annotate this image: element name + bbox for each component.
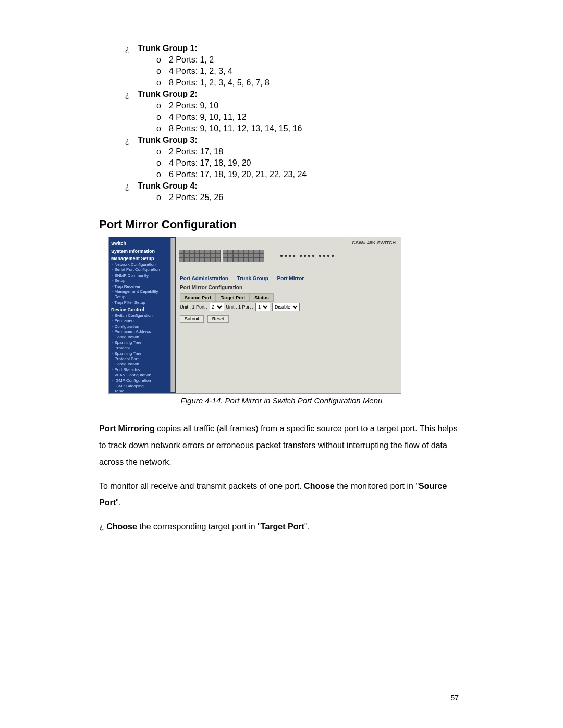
trunk-sub-item: o4 Ports: 1, 2, 3, 4: [156, 67, 464, 76]
bullet-secondary: o: [156, 67, 169, 76]
col-status: Status: [250, 293, 274, 302]
port-cell: [179, 258, 184, 262]
port-cell: [238, 250, 243, 254]
scrollbar[interactable]: [170, 238, 175, 392]
port-cell: [200, 254, 205, 258]
port-cell: [249, 254, 254, 258]
sidebar-item[interactable]: · Network Configuration: [112, 262, 174, 267]
bullet-secondary: o: [156, 113, 169, 122]
tab-trunk-group[interactable]: Trunk Group: [237, 276, 268, 281]
para-target: ¿ Choose the corresponding target port i…: [99, 519, 464, 535]
port-cell: [215, 254, 221, 258]
port-cell: [179, 254, 184, 258]
para2-pre: To monitor all receive and transmit pack…: [99, 482, 304, 490]
term-target-port: Target Port: [261, 522, 304, 531]
para-port-mirroring: Port Mirroring copies all traffic (all f…: [99, 421, 464, 471]
port-cell: [228, 254, 233, 258]
sidebar-item[interactable]: · Port Statistics: [112, 367, 174, 373]
sidebar-item[interactable]: · SNMP Community: [112, 273, 174, 278]
port-cell: [254, 250, 259, 254]
tab-port-mirror[interactable]: Port Mirror: [277, 276, 304, 281]
bullet-secondary: o: [156, 170, 169, 179]
para3-mid: the corresponding target port in ": [137, 522, 261, 531]
trunk-sub-text: 2 Ports: 9, 10: [169, 101, 218, 110]
bullet-secondary: o: [156, 55, 169, 65]
trunk-title: Trunk Group 3:: [138, 135, 198, 145]
button-row: Submit Reset: [180, 315, 397, 323]
submit-button[interactable]: Submit: [180, 315, 204, 323]
port-cell: [259, 258, 264, 262]
port-cell: [210, 250, 215, 254]
sidebar-item[interactable]: · Protocol: [112, 346, 174, 351]
sidebar-item[interactable]: · Protocol Port: [112, 356, 174, 362]
port-cell: [215, 250, 221, 254]
sidebar-item[interactable]: · Permanent: [112, 318, 174, 324]
trunk-sub-item: o4 Ports: 9, 10, 11, 12: [156, 113, 464, 122]
trunk-title: Trunk Group 1:: [138, 44, 198, 53]
sidebar-group-header[interactable]: Management Setup: [111, 256, 174, 262]
sidebar-item[interactable]: · Switch Configuration: [112, 313, 174, 318]
bullet-primary: ¿: [125, 44, 138, 53]
status-select[interactable]: Disable: [272, 303, 300, 311]
source-unit-label: Unit : 1 Port :: [180, 304, 207, 310]
term-choose: Choose: [304, 482, 335, 490]
trunk-title: Trunk Group 2:: [138, 90, 198, 99]
table-row: Unit : 1 Port : 2 Unit : 1 Port : 1 Disa…: [180, 303, 397, 311]
sidebar-item[interactable]: · Permanent Address: [112, 329, 174, 335]
target-port-select[interactable]: 1: [255, 303, 270, 311]
sidebar-item[interactable]: · VLAN Configuration: [112, 373, 174, 378]
port-cell: [200, 258, 205, 262]
sidebar-item[interactable]: · Configuration: [112, 335, 174, 340]
term-port-mirroring: Port Mirroring: [99, 424, 155, 433]
sidebar-item[interactable]: · Table: [112, 389, 174, 393]
target-unit-label: Unit : 1 Port :: [226, 304, 254, 310]
trunk-sub-item: o2 Ports: 9, 10: [156, 101, 464, 110]
trunk-sub-text: 8 Ports: 1, 2, 3, 4, 5, 6, 7, 8: [169, 78, 270, 88]
port-cell: [243, 258, 249, 262]
sidebar-group-header[interactable]: Device Control: [111, 307, 174, 313]
sidebar-item[interactable]: · IGMP Snooping: [112, 384, 174, 389]
sidebar-item[interactable]: · Configuration: [112, 324, 174, 329]
bullet-secondary: o: [156, 124, 169, 133]
bullet-primary: ¿: [125, 135, 138, 145]
tab-port-administration[interactable]: Port Administration: [180, 276, 228, 281]
bullet-secondary: o: [156, 193, 169, 202]
port-cell: [194, 258, 200, 262]
trunk-sub-text: 2 Ports: 1, 2: [169, 55, 214, 65]
trunk-sub-item: o2 Ports: 25, 26: [156, 193, 464, 202]
reset-button[interactable]: Reset: [207, 315, 229, 323]
port-cell: [189, 258, 194, 262]
para2-post: ".: [116, 498, 121, 507]
figure-caption: Figure 4-14. Port Mirror in Switch Port …: [99, 396, 464, 405]
sidebar-item[interactable]: · Serial Port Configuration: [112, 267, 174, 273]
trunk-sub-item: o8 Ports: 1, 2, 3, 4, 5, 6, 7, 8: [156, 78, 464, 88]
port-cell: [228, 250, 233, 254]
para3-marker: ¿: [99, 522, 106, 531]
trunk-sub-text: 4 Ports: 1, 2, 3, 4: [169, 67, 232, 76]
port-cell: [184, 254, 189, 258]
sidebar-item[interactable]: · Spanning Tree: [112, 340, 174, 346]
port-cell: [184, 250, 189, 254]
sidebar-item[interactable]: · Setup: [112, 294, 174, 300]
port-cell: [254, 258, 259, 262]
sidebar-item[interactable]: · Spanning Tree: [112, 351, 174, 356]
trunk-sub-text: 8 Ports: 9, 10, 11, 12, 13, 14, 15, 16: [169, 124, 302, 133]
trunk-sub-item: o6 Ports: 17, 18, 19, 20, 21, 22, 23, 24: [156, 170, 464, 179]
sidebar-group-header[interactable]: System Information: [111, 249, 174, 255]
source-port-select[interactable]: 2: [210, 303, 224, 311]
port-cell: [179, 250, 184, 254]
sidebar-item[interactable]: · Trap Filter Setup: [112, 300, 174, 305]
port-cell: [205, 250, 210, 254]
sidebar-item[interactable]: · IGMP Configuration: [112, 378, 174, 384]
sidebar-item[interactable]: · Trap Receiver: [112, 284, 174, 289]
sidebar-item[interactable]: · Management Capability: [112, 289, 174, 294]
trunk-group-heading: ¿Trunk Group 1:: [125, 44, 464, 53]
trunk-sub-text: 2 Ports: 17, 18: [169, 147, 223, 156]
sidebar-item[interactable]: · Setup: [112, 278, 174, 283]
trunk-sub-text: 2 Ports: 25, 26: [169, 193, 223, 202]
sidebar-item[interactable]: · Configuration: [112, 362, 174, 367]
trunk-groups-block: ¿Trunk Group 1:o2 Ports: 1, 2o4 Ports: 1…: [125, 44, 464, 202]
port-cell: [189, 250, 194, 254]
sidebar-group-header[interactable]: Switch: [111, 241, 174, 247]
col-source-port: Source Port: [180, 293, 216, 302]
